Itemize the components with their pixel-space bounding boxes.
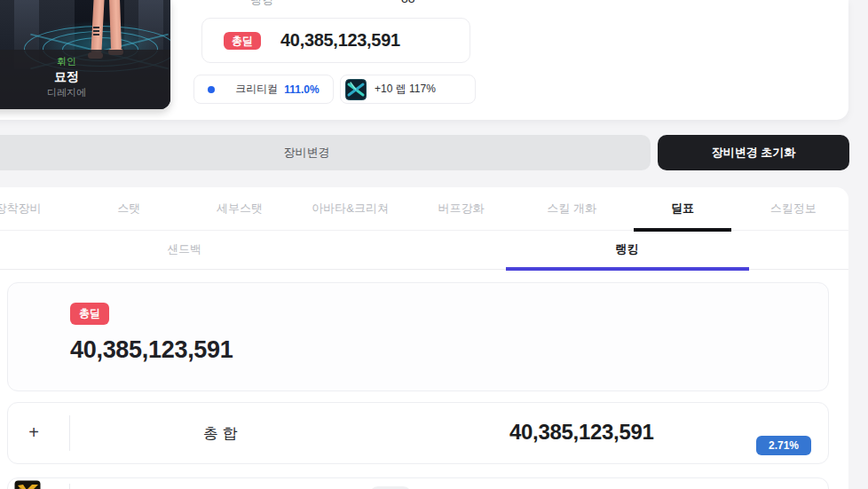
row-divider bbox=[69, 484, 70, 489]
character-leg-tattoo bbox=[93, 27, 99, 37]
summary-total-badge: 총딜 bbox=[70, 303, 109, 325]
dundam-damage-page: 랭킹 88 휘인 묘정 디레지에 총딜 40,385,123,591 bbox=[0, 0, 868, 489]
subtab-ranking[interactable]: 랭킹 bbox=[406, 230, 848, 269]
row-value: 40,385,123,591 bbox=[509, 420, 654, 445]
subtab-sandbag[interactable]: 샌드백 bbox=[0, 230, 406, 269]
tab-skill-info[interactable]: 스킬정보 bbox=[738, 187, 848, 230]
damage-row-total[interactable]: + 총 합 40,385,123,591 2.71% bbox=[7, 402, 829, 464]
gold-skill-icon bbox=[14, 480, 41, 489]
character-name: 묘정 bbox=[0, 68, 170, 85]
tab-buff-enhance[interactable]: 버프강화 bbox=[406, 187, 517, 230]
tab-detailed-stats[interactable]: 세부스탯 bbox=[185, 187, 296, 230]
damage-summary-card: 총딜 40,385,123,591 bbox=[7, 282, 829, 391]
total-damage-value: 40,385,123,591 bbox=[280, 30, 400, 51]
row-label: 총 합 bbox=[203, 423, 238, 444]
partial-rank-value: 88 bbox=[401, 0, 415, 5]
row-divider bbox=[69, 415, 70, 451]
character-leg bbox=[109, 0, 122, 51]
total-damage-card: 총딜 40,385,123,591 bbox=[201, 18, 470, 63]
tab-avatar-creature[interactable]: 아바타&크리쳐 bbox=[295, 187, 406, 230]
teal-cross-skill-icon bbox=[345, 79, 367, 100]
damage-row-skill[interactable] bbox=[7, 477, 829, 489]
subtab-ranking-label: 랭킹 bbox=[616, 241, 639, 257]
reset-equipment-button[interactable]: 장비변경 초기화 bbox=[658, 135, 849, 170]
partial-rank-label: 랭킹 bbox=[250, 0, 273, 8]
change-equipment-button[interactable]: 장비변경 bbox=[0, 135, 651, 170]
expand-row-button[interactable]: + bbox=[21, 422, 46, 443]
active-subtab-indicator bbox=[506, 267, 749, 271]
tab-damage-table[interactable]: 딜표 bbox=[627, 187, 738, 230]
main-tab-bar: 장착장비 스탯 세부스탯 아바타&크리쳐 버프강화 스킬 개화 딜표 스킬정보 bbox=[0, 187, 848, 231]
sub-tab-bar: 샌드백 랭킹 bbox=[0, 230, 848, 270]
tab-damage-table-label: 딜표 bbox=[671, 201, 694, 217]
tab-skill-bloom[interactable]: 스킬 개화 bbox=[517, 187, 627, 230]
character-info: 휘인 묘정 디레지에 bbox=[0, 50, 170, 109]
share-percent-badge: 2.71% bbox=[756, 436, 811, 455]
tab-stats[interactable]: 스탯 bbox=[74, 187, 185, 230]
character-card: 휘인 묘정 디레지에 bbox=[0, 0, 170, 109]
skill-buff-card: +10 렙 117% bbox=[340, 75, 476, 104]
blue-dot-icon bbox=[208, 86, 215, 93]
summary-total-value: 40,385,123,591 bbox=[70, 336, 828, 364]
total-damage-badge: 총딜 bbox=[224, 32, 261, 50]
critical-card: 크리티컬 111.0% bbox=[193, 75, 334, 104]
character-adventure-group: 디레지에 bbox=[0, 85, 170, 99]
critical-label: 크리티컬 bbox=[235, 82, 278, 97]
critical-value: 111.0% bbox=[284, 83, 319, 96]
tab-equipment[interactable]: 장착장비 bbox=[0, 187, 74, 230]
skill-buff-label: +10 렙 117% bbox=[375, 82, 436, 97]
character-class: 휘인 bbox=[0, 55, 170, 68]
